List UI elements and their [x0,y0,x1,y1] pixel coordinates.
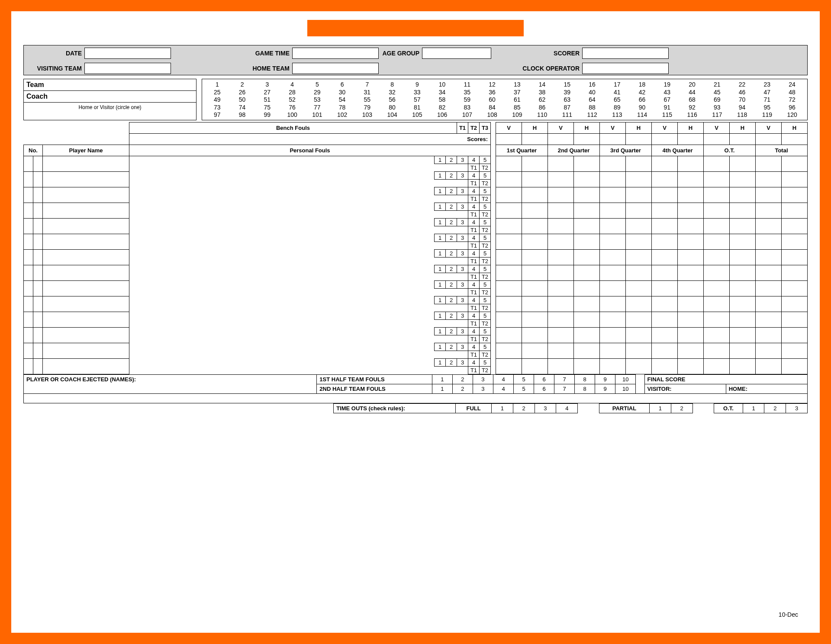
h2-4[interactable]: 4 [493,384,514,393]
pf-3[interactable]: 3 [457,265,468,273]
scorer-input[interactable] [582,48,669,59]
score-cell[interactable]: 43 [655,89,680,97]
score-cell[interactable] [626,234,652,249]
score-cell[interactable]: 112 [580,111,605,119]
score-cell[interactable]: 79 [355,104,380,112]
score-cell[interactable]: 6 [330,81,355,89]
score-cell[interactable]: 2 [230,81,255,89]
score-cell[interactable]: 27 [255,89,280,97]
game-time-input[interactable] [292,48,379,59]
score-cell[interactable]: 97 [205,111,230,119]
pf-4[interactable]: 4 [468,218,480,226]
score-cell[interactable]: 68 [680,96,705,104]
score-cell[interactable] [730,171,756,187]
score-cell[interactable] [496,358,522,374]
score-cell[interactable]: 82 [430,104,455,112]
player-name-cell[interactable] [43,234,129,249]
score-cell[interactable] [652,280,678,296]
player-no-b[interactable] [33,187,43,203]
pf-2[interactable]: 2 [446,358,457,366]
score-cell[interactable] [548,171,574,187]
h2-10[interactable]: 10 [615,384,636,393]
pf-4[interactable]: 4 [468,203,480,210]
score-cell[interactable]: 87 [555,104,580,112]
score-cell[interactable] [756,187,782,203]
score-cell[interactable] [600,156,626,171]
score-cell[interactable]: 21 [705,81,730,89]
score-cell[interactable] [522,171,548,187]
score-cell[interactable]: 98 [230,111,255,119]
score-cell[interactable]: 18 [630,81,655,89]
score-cell[interactable]: 67 [655,96,680,104]
score-cell[interactable] [704,171,730,187]
pf-1[interactable]: 1 [435,203,446,210]
score-cell[interactable]: 105 [405,111,430,119]
pf-t2[interactable]: T2 [480,319,491,327]
clock-operator-input[interactable] [582,63,669,74]
pf-1[interactable]: 1 [435,327,446,335]
full-1[interactable]: 1 [492,403,513,413]
score-cell[interactable] [756,280,782,296]
score-cell[interactable]: 35 [455,89,480,97]
score-cell[interactable] [496,312,522,327]
score-cell[interactable] [496,343,522,358]
player-name-cell[interactable] [43,265,129,280]
pf-5[interactable]: 5 [480,265,491,273]
score-cell[interactable] [678,234,704,249]
score-cell[interactable] [496,187,522,203]
score-cell[interactable] [548,234,574,249]
score-cell[interactable] [574,327,600,343]
h1-7[interactable]: 7 [554,374,575,384]
score-cell[interactable] [678,171,704,187]
player-no-b[interactable] [33,171,43,187]
score-cell[interactable] [574,358,600,374]
score-cell[interactable] [756,327,782,343]
h2-1[interactable]: 1 [432,384,452,393]
player-no-b[interactable] [33,358,43,374]
score-cell[interactable]: 58 [430,96,455,104]
score-cell[interactable]: 110 [530,111,555,119]
score-cell[interactable]: 41 [605,89,630,97]
score-cell[interactable] [496,203,522,218]
score-cell[interactable] [522,265,548,280]
score-cell[interactable] [522,203,548,218]
score-cell[interactable] [730,203,756,218]
score-cell[interactable]: 120 [779,111,805,119]
pf-t1[interactable]: T1 [468,179,480,187]
score-cell[interactable]: 119 [755,111,780,119]
pf-t1[interactable]: T1 [468,226,480,234]
score-cell[interactable] [574,203,600,218]
score-cell[interactable] [626,171,652,187]
score-cell[interactable]: 26 [230,89,255,97]
score-cell[interactable]: 108 [480,111,505,119]
pf-3[interactable]: 3 [457,280,468,288]
pf-3[interactable]: 3 [457,156,468,164]
score-cell[interactable] [730,358,756,374]
score-cell[interactable] [496,265,522,280]
score-cell[interactable] [678,296,704,312]
score-cell[interactable] [548,265,574,280]
player-no-a[interactable] [24,312,33,327]
score-cell[interactable]: 32 [380,89,405,97]
score-cell[interactable]: 115 [655,111,680,119]
score-cell[interactable]: 24 [779,81,805,89]
score-cell[interactable] [652,171,678,187]
player-no-b[interactable] [33,249,43,265]
h1-1[interactable]: 1 [432,374,452,384]
score-cell[interactable]: 39 [555,89,580,97]
score-cell[interactable]: 15 [555,81,580,89]
score-cell[interactable]: 62 [530,96,555,104]
player-no-a[interactable] [24,265,33,280]
score-cell[interactable]: 100 [280,111,305,119]
score-cell[interactable] [782,203,808,218]
pf-4[interactable]: 4 [468,187,480,195]
score-cell[interactable] [704,358,730,374]
pf-5[interactable]: 5 [480,203,491,210]
score-cell[interactable]: 106 [430,111,455,119]
score-cell[interactable]: 51 [255,96,280,104]
score-cell[interactable]: 70 [730,96,755,104]
score-cell[interactable]: 94 [730,104,755,112]
score-cell[interactable] [730,265,756,280]
score-cell[interactable] [652,218,678,234]
player-name-cell[interactable] [43,171,129,187]
